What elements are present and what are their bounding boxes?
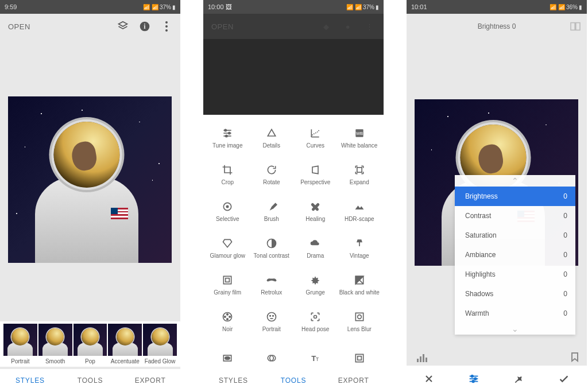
style-faded-glow[interactable]: Faded Glow <box>143 324 177 364</box>
svg-rect-44 <box>420 356 421 362</box>
tool-tonal[interactable]: Tonal contrast <box>250 230 294 266</box>
svg-text:i: i <box>144 23 146 30</box>
tab-export[interactable]: EXPORT <box>120 369 180 392</box>
tool-hdr[interactable]: HDR-scape <box>338 193 382 230</box>
tool-bw[interactable]: Black and white <box>338 266 382 303</box>
info-icon[interactable]: i <box>139 21 150 32</box>
tab-tools[interactable]: TOOLS <box>60 369 121 392</box>
compare-icon[interactable] <box>570 22 581 31</box>
tool-more-2[interactable] <box>250 340 294 369</box>
svg-rect-31 <box>355 313 363 320</box>
sliders-icon <box>221 127 234 139</box>
top-bar: OPEN i <box>0 14 180 39</box>
param-saturation[interactable]: Saturation0 <box>455 226 575 245</box>
style-pop[interactable]: Pop <box>74 324 107 364</box>
tools-grid: Tune image Details Curves WBWhite balanc… <box>203 115 384 369</box>
tool-brush[interactable]: Brush <box>250 193 294 230</box>
style-accentuate[interactable]: Accentuate <box>108 324 142 364</box>
screen-styles: 9:59 📶 📶 37% ▮ OPEN i Portrait Smooth Po… <box>0 0 180 392</box>
param-warmth[interactable]: Warmth0 <box>455 304 575 323</box>
tool-selective[interactable]: Selective <box>206 193 250 230</box>
status-battery: 📶 📶 36% ▮ <box>550 4 582 10</box>
svg-point-34 <box>225 357 230 360</box>
tab-styles[interactable]: STYLES <box>203 369 264 392</box>
crop-icon <box>221 164 234 176</box>
tool-grainy[interactable]: Grainy film <box>206 266 250 303</box>
style-portrait[interactable]: Portrait <box>3 324 37 364</box>
tool-noir[interactable]: Noir <box>206 303 250 340</box>
svg-point-15 <box>227 205 229 207</box>
tool-vintage[interactable]: Vintage <box>338 230 382 266</box>
param-highlights[interactable]: Highlights0 <box>455 265 575 284</box>
open-button[interactable]: OPEN <box>8 22 30 31</box>
tune-bottom-bar <box>407 366 587 392</box>
headpose-icon <box>309 311 322 323</box>
chevron-up-icon[interactable]: ⌃ <box>455 175 575 187</box>
open-button[interactable]: OPEN <box>211 22 234 31</box>
apply-button[interactable] <box>558 372 570 385</box>
tool-lensblur[interactable]: Lens Blur <box>338 303 382 340</box>
tool-details[interactable]: Details <box>250 119 294 156</box>
auto-button[interactable] <box>513 373 525 385</box>
layers-icon[interactable] <box>117 21 129 32</box>
tool-headpose[interactable]: Head pose <box>293 303 338 340</box>
tab-tools[interactable]: TOOLS <box>264 369 324 392</box>
tool-curves[interactable]: Curves <box>293 119 338 156</box>
svg-point-2 <box>165 21 168 24</box>
histogram-icon[interactable] <box>417 354 427 362</box>
cloud-icon <box>309 237 322 250</box>
tune-header: Brightness 0 <box>407 14 587 39</box>
adjust-button[interactable] <box>467 372 480 385</box>
expand-icon <box>353 164 366 176</box>
bandaid-icon <box>309 200 322 213</box>
chevron-down-icon[interactable]: ⌄ <box>455 323 575 335</box>
bottom-tabs: STYLES TOOLS EXPORT <box>203 369 384 392</box>
tool-tune-image[interactable]: Tune image <box>206 119 250 156</box>
status-bar: 10:00 🖼 📶 📶 37% ▮ <box>203 0 384 14</box>
style-smooth[interactable]: Smooth <box>38 324 72 364</box>
styles-row: Portrait Smooth Pop Accentuate Faded Glo… <box>0 321 180 367</box>
tool-healing[interactable]: Healing <box>293 193 338 230</box>
svg-point-30 <box>314 316 317 319</box>
status-time: 9:59 <box>5 3 17 10</box>
svg-point-27 <box>267 313 276 321</box>
svg-rect-39 <box>355 354 363 362</box>
svg-rect-43 <box>417 359 419 362</box>
svg-point-25 <box>227 319 229 320</box>
svg-point-51 <box>474 378 477 380</box>
landscape-icon <box>353 200 366 213</box>
tool-drama[interactable]: Drama <box>293 230 338 266</box>
tool-crop[interactable]: Crop <box>206 156 250 193</box>
tool-more-1[interactable] <box>206 340 250 369</box>
overflow-icon[interactable] <box>161 21 172 32</box>
tool-grunge[interactable]: Grunge <box>293 266 338 303</box>
tool-more-3[interactable]: TT <box>293 340 338 369</box>
svg-point-3 <box>165 25 168 28</box>
tool-glamour[interactable]: Glamour glow <box>206 230 250 266</box>
tool-perspective[interactable]: Perspective <box>293 156 338 193</box>
svg-text:T: T <box>316 356 319 362</box>
reel-icon <box>221 311 234 323</box>
tab-styles[interactable]: STYLES <box>0 369 60 392</box>
curves-icon <box>309 127 322 139</box>
astronaut-figure <box>29 122 144 263</box>
tab-export[interactable]: EXPORT <box>323 369 384 392</box>
tool-white-balance[interactable]: WBWhite balance <box>338 119 382 156</box>
svg-point-8 <box>225 129 226 131</box>
param-ambiance[interactable]: Ambiance0 <box>455 245 575 265</box>
main-image[interactable] <box>8 96 172 263</box>
lamp-icon <box>353 237 366 250</box>
tool-rotate[interactable]: Rotate <box>250 156 294 193</box>
tool-portrait[interactable]: Portrait <box>250 303 294 340</box>
param-brightness[interactable]: Brightness0 <box>455 187 575 206</box>
tool-more-4[interactable] <box>338 340 382 369</box>
param-shadows[interactable]: Shadows0 <box>455 284 575 304</box>
tool-retrolux[interactable]: Retrolux <box>250 266 294 303</box>
cancel-button[interactable] <box>423 373 435 385</box>
contrast-icon <box>265 237 278 250</box>
bookmark-icon[interactable] <box>571 352 579 362</box>
svg-point-24 <box>229 316 231 318</box>
param-contrast[interactable]: Contrast0 <box>455 206 575 226</box>
svg-rect-40 <box>357 356 361 360</box>
tool-expand[interactable]: Expand <box>338 156 382 193</box>
